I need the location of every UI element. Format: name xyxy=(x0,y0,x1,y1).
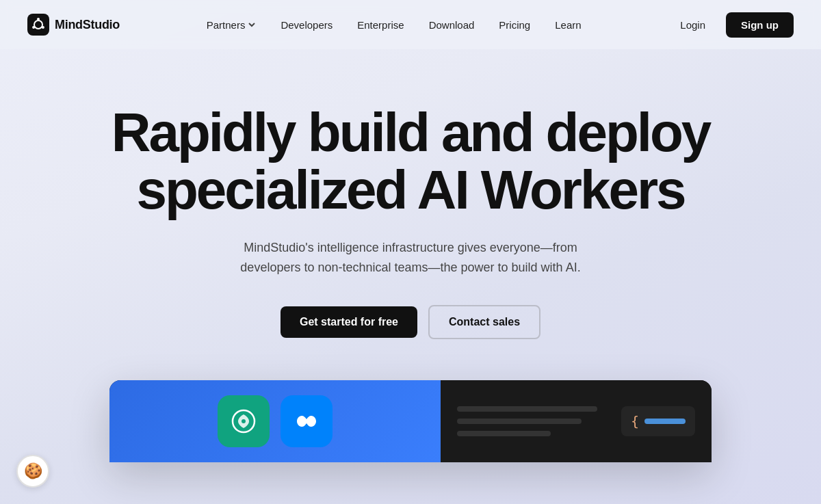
preview-container: { xyxy=(0,380,821,462)
code-brace-icon: { xyxy=(631,413,639,429)
logo-text: MindStudio xyxy=(55,18,120,32)
logo-icon xyxy=(27,14,49,36)
preview-blue-panel xyxy=(109,380,441,462)
hero-buttons: Get started for free Contact sales xyxy=(281,305,540,339)
nav-partners[interactable]: Partners xyxy=(196,14,268,36)
preview-line-3 xyxy=(457,431,551,436)
svg-point-2 xyxy=(37,18,40,21)
preview-card: { xyxy=(109,380,712,462)
openai-icon xyxy=(218,395,270,447)
nav-download[interactable]: Download xyxy=(418,14,486,36)
nav-developers[interactable]: Developers xyxy=(270,14,343,36)
contact-sales-button[interactable]: Contact sales xyxy=(428,305,540,339)
login-button[interactable]: Login xyxy=(668,14,718,36)
meta-logo-icon xyxy=(290,405,323,438)
preview-line-1 xyxy=(457,406,597,412)
cookie-icon: 🍪 xyxy=(24,462,42,480)
svg-point-3 xyxy=(42,26,44,29)
preview-line-2 xyxy=(457,419,582,424)
preview-dark-panel: { xyxy=(441,380,712,462)
openai-logo-icon xyxy=(227,405,260,438)
chevron-down-icon xyxy=(248,21,256,29)
logo-link[interactable]: MindStudio xyxy=(27,14,120,36)
hero-section: Rapidly build and deploy specialized AI … xyxy=(0,49,821,380)
get-started-button[interactable]: Get started for free xyxy=(281,306,417,338)
svg-point-4 xyxy=(32,26,35,29)
preview-code-block: { xyxy=(621,406,695,436)
hero-title: Rapidly build and deploy specialized AI … xyxy=(112,104,710,219)
code-bar xyxy=(644,419,686,424)
nav-enterprise[interactable]: Enterprise xyxy=(346,14,415,36)
signup-button[interactable]: Sign up xyxy=(726,12,794,38)
svg-rect-0 xyxy=(27,14,49,36)
meta-icon xyxy=(281,395,333,447)
svg-point-5 xyxy=(242,419,246,423)
navigation: MindStudio Partners Developers Enterpris… xyxy=(0,0,821,49)
cookie-preferences-button[interactable]: 🍪 xyxy=(16,455,49,488)
nav-pricing[interactable]: Pricing xyxy=(488,14,541,36)
hero-subtitle: MindStudio's intelligence infrastructure… xyxy=(219,238,602,278)
nav-right: Login Sign up xyxy=(668,12,794,38)
nav-links: Partners Developers Enterprise Download … xyxy=(196,14,592,36)
nav-learn[interactable]: Learn xyxy=(544,14,592,36)
preview-lines xyxy=(457,406,613,436)
